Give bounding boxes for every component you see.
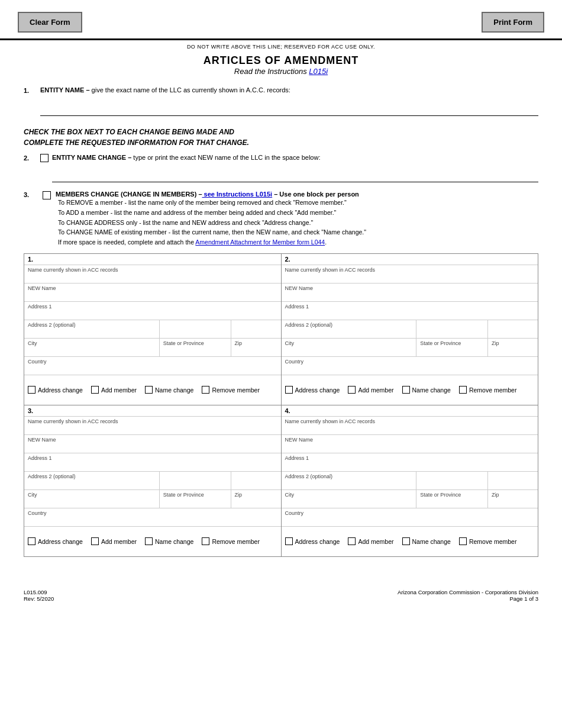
member-2-addr2-row: Address 2 (optional): [282, 320, 538, 339]
section-3-instructions-link[interactable]: see Instructions L015i: [202, 191, 273, 198]
member-3-address1-input[interactable]: [28, 461, 277, 469]
member-3-add-member-checkbox[interactable]: [91, 537, 99, 545]
member-4-zip-input[interactable]: [492, 498, 534, 506]
member-2-new-name-input[interactable]: [285, 291, 535, 299]
member-2-current-name-field: Name currently shown in ACC records: [282, 265, 538, 284]
member-1-checkboxes: Address change Add member Name change: [24, 375, 281, 405]
member-3-state-input[interactable]: [163, 498, 227, 506]
top-bar: Clear Form Print Form: [0, 0, 562, 40]
member-4-name-change-checkbox[interactable]: [402, 537, 410, 545]
member-3-city-field: City: [24, 490, 160, 508]
member-3-addr2-row: Address 2 (optional): [24, 472, 281, 490]
member-1-current-name-input[interactable]: [28, 273, 277, 281]
section-1-label: ENTITY NAME –: [40, 86, 90, 94]
member-2-city-label: City: [285, 340, 413, 346]
member-2-current-name-input[interactable]: [285, 273, 535, 281]
member-3-city-row: City State or Province Zip: [24, 490, 281, 508]
member-2-address2-input[interactable]: [285, 328, 413, 336]
member-4-country-input[interactable]: [285, 516, 535, 524]
member-2-remove-member-checkbox[interactable]: [459, 386, 467, 394]
member-3-address-change-checkbox[interactable]: [28, 537, 35, 545]
member-3-address2-input[interactable]: [28, 479, 156, 488]
member-4-address1-input[interactable]: [285, 461, 535, 469]
member-2-address1-input[interactable]: [285, 310, 535, 318]
member-block-1: 1. Name currently shown in ACC records N…: [24, 254, 282, 405]
member-1-zip-input[interactable]: [235, 346, 277, 355]
member-3-name-change-checkbox[interactable]: [145, 537, 153, 545]
subtitle: Read the Instructions L015i: [0, 67, 562, 76]
member-3-add-member-label: Add member: [101, 538, 137, 545]
footer-revision: Rev: 5/2020: [24, 595, 54, 602]
member-4-current-name-label: Name currently shown in ACC records: [285, 418, 535, 424]
section-2-checkbox[interactable]: [40, 154, 49, 162]
member-2-zip-input[interactable]: [492, 346, 534, 355]
member-3-current-name-input[interactable]: [28, 424, 277, 433]
member-4-add-member-item: Add member: [348, 537, 393, 545]
attachment-link[interactable]: Amendment Attachment for Member form L04…: [195, 239, 325, 246]
member-4-new-name-input[interactable]: [285, 443, 535, 451]
member-1-current-name-label: Name currently shown in ACC records: [28, 267, 277, 273]
member-2-address2-field: Address 2 (optional): [282, 320, 417, 338]
member-1-address1-field: Address 1: [24, 302, 281, 320]
member-4-state-area: [416, 472, 488, 489]
member-2-address-change-checkbox[interactable]: [285, 386, 293, 394]
member-2-zip-label: Zip: [492, 340, 534, 346]
section-1-content: ENTITY NAME – give the exact name of the…: [40, 86, 538, 118]
print-form-button[interactable]: Print Form: [482, 12, 544, 33]
member-3-country-input[interactable]: [28, 516, 277, 524]
footer-right: Arizona Corporation Commission - Corpora…: [398, 589, 538, 602]
member-1-city-input[interactable]: [28, 346, 156, 355]
member-2-remove-member-item: Remove member: [459, 386, 517, 394]
member-1-address1-input[interactable]: [28, 310, 277, 318]
member-1-address-change-label: Address change: [38, 386, 83, 394]
member-3-zip-label: Zip: [235, 492, 277, 498]
member-1-addr2-row: Address 2 (optional): [24, 320, 281, 339]
member-3-remove-member-label: Remove member: [212, 538, 260, 545]
section-2-content: ENTITY NAME CHANGE – type or print the e…: [52, 154, 538, 185]
member-4-address-change-checkbox[interactable]: [285, 537, 293, 545]
member-2-state-input[interactable]: [420, 346, 484, 355]
member-2-address1-field: Address 1: [282, 302, 538, 320]
member-2-add-member-checkbox[interactable]: [348, 386, 356, 394]
member-4-city-input[interactable]: [285, 498, 413, 506]
member-3-address1-field: Address 1: [24, 453, 281, 472]
member-2-city-row: City State or Province Zip: [282, 339, 538, 357]
section-3-checkbox[interactable]: [43, 191, 51, 199]
member-4-state-input[interactable]: [420, 498, 484, 506]
member-3-zip-area: [231, 472, 281, 489]
member-4-zip-label: Zip: [492, 492, 534, 498]
member-4-new-name-field: NEW Name: [282, 435, 538, 453]
member-1-new-name-input[interactable]: [28, 291, 277, 299]
member-1-remove-member-checkbox[interactable]: [202, 386, 209, 394]
member-4-add-member-checkbox[interactable]: [348, 537, 356, 545]
members-instructions: To REMOVE a member - list the name only …: [58, 198, 366, 247]
member-3-new-name-input[interactable]: [28, 443, 277, 451]
member-1-address2-input[interactable]: [28, 328, 156, 336]
member-1-address-change-checkbox[interactable]: [28, 386, 35, 394]
member-3-remove-member-checkbox[interactable]: [202, 537, 209, 545]
member-3-city-input[interactable]: [28, 498, 156, 506]
member-1-add-member-checkbox[interactable]: [91, 386, 99, 394]
member-block-3: 3. Name currently shown in ACC records N…: [24, 405, 282, 556]
footer-form-number: L015.009: [24, 589, 54, 595]
reserved-line: DO NOT WRITE ABOVE THIS LINE; RESERVED F…: [0, 40, 562, 52]
member-1-state-input[interactable]: [163, 346, 227, 355]
section-2: 2. ENTITY NAME CHANGE – type or print th…: [24, 154, 538, 185]
member-3-name-change-label: Name change: [155, 538, 193, 545]
member-1-country-input[interactable]: [28, 365, 277, 373]
member-4-remove-member-checkbox[interactable]: [459, 537, 467, 545]
member-4-city-label: City: [285, 492, 413, 498]
clear-form-button[interactable]: Clear Form: [18, 12, 82, 33]
member-1-state-field: State or Province: [160, 339, 231, 356]
member-3-state-area: [160, 472, 231, 489]
instructions-link[interactable]: L015i: [309, 67, 328, 76]
member-4-current-name-input[interactable]: [285, 424, 535, 433]
member-1-name-change-checkbox[interactable]: [145, 386, 153, 394]
member-3-zip-input[interactable]: [235, 498, 277, 506]
member-2-country-input[interactable]: [285, 365, 535, 373]
member-2-name-change-checkbox[interactable]: [402, 386, 410, 394]
title-section: ARTICLES OF AMENDMENT Read the Instructi…: [0, 52, 562, 80]
member-2-city-input[interactable]: [285, 346, 413, 355]
member-4-address2-field: Address 2 (optional): [282, 472, 417, 489]
member-4-address2-input[interactable]: [285, 479, 413, 488]
